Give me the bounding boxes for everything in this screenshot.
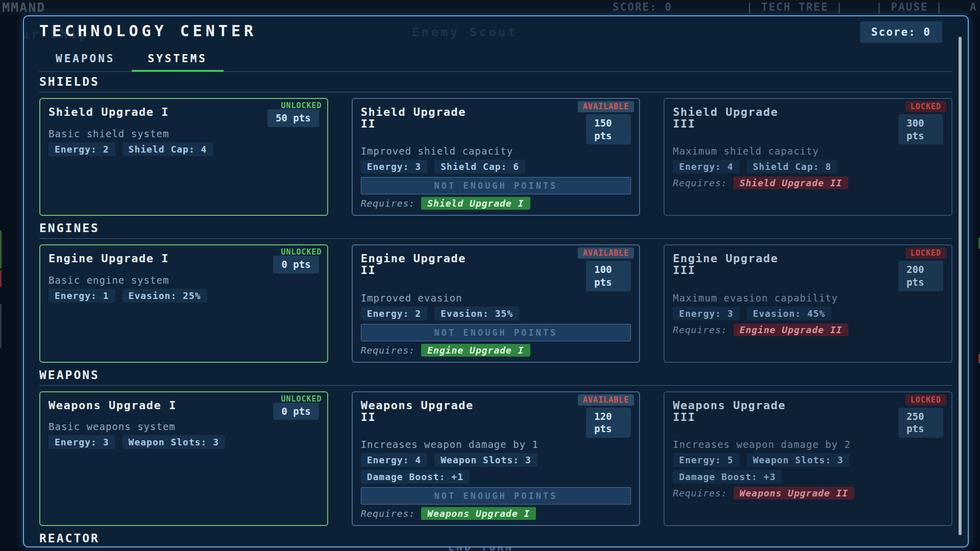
upgrade-card: LOCKEDEngine Upgrade III200 ptsMaximum e… bbox=[664, 244, 952, 362]
requires-row: Requires:Engine Upgrade II bbox=[673, 323, 943, 336]
requires-badge: Shield Upgrade II bbox=[733, 177, 848, 189]
section-title: WEAPONS bbox=[39, 365, 952, 386]
upgrade-card: LOCKEDWeapons Upgrade III250 ptsIncrease… bbox=[664, 391, 952, 526]
requires-label: Requires: bbox=[361, 345, 415, 356]
stat-badge: Weapon Slots: 3 bbox=[122, 435, 226, 449]
status-badge: UNLOCKED bbox=[281, 101, 322, 110]
status-badge: LOCKED bbox=[905, 101, 946, 112]
status-badge: UNLOCKED bbox=[281, 247, 322, 257]
stat-badge: Damage Boost: +1 bbox=[361, 470, 470, 484]
tab-systems[interactable]: SYSTEMS bbox=[132, 50, 224, 72]
upgrade-description: Improved evasion bbox=[361, 292, 631, 304]
stats-row: Energy: 2Shield Cap: 4 bbox=[48, 142, 319, 156]
upgrade-description: Improved shield capacity bbox=[361, 145, 631, 157]
panel-title: TECHNOLOGY CENTER bbox=[39, 22, 952, 40]
upgrade-description: Increases weapon damage by 1 bbox=[361, 439, 631, 450]
upgrade-title: Shield Upgrade I bbox=[48, 106, 169, 118]
stat-badge: Energy: 5 bbox=[673, 453, 740, 467]
section-title: ENGINES bbox=[39, 218, 952, 239]
stats-row: Energy: 3Evasion: 45% bbox=[673, 307, 943, 320]
stats-row: Damage Boost: +3 bbox=[673, 470, 943, 484]
requires-row: Requires:Shield Upgrade II bbox=[673, 177, 943, 189]
stat-badge: Energy: 3 bbox=[48, 435, 115, 449]
upgrade-card: UNLOCKEDShield Upgrade I50 ptsBasic shie… bbox=[39, 98, 328, 216]
upgrade-description: Basic shield system bbox=[48, 128, 319, 139]
cost-badge: 50 pts bbox=[267, 109, 319, 127]
stats-row: Energy: 1Evasion: 25% bbox=[48, 289, 319, 303]
stat-badge: Damage Boost: +3 bbox=[673, 470, 781, 484]
cost-badge: 250 pts bbox=[898, 408, 943, 438]
screen-edge-artifact bbox=[0, 270, 2, 287]
purchase-button[interactable]: NOT ENOUGH POINTS bbox=[361, 177, 631, 194]
scrollbar[interactable] bbox=[959, 37, 962, 535]
stat-badge: Energy: 3 bbox=[673, 307, 740, 320]
stat-badge: Evasion: 45% bbox=[747, 307, 831, 320]
card-header: Shield Upgrade I50 pts bbox=[48, 106, 319, 127]
upgrade-description: Basic weapons system bbox=[48, 421, 319, 432]
requires-badge: Weapons Upgrade II bbox=[733, 487, 854, 499]
cost-badge: 0 pts bbox=[273, 403, 318, 420]
stat-badge: Shield Cap: 8 bbox=[747, 160, 838, 173]
stats-row: Energy: 3Weapon Slots: 3 bbox=[48, 435, 319, 449]
stat-badge: Energy: 4 bbox=[673, 160, 740, 173]
scrollbar-thumb[interactable] bbox=[959, 37, 962, 535]
card-header: Engine Upgrade III200 pts bbox=[673, 253, 943, 291]
requires-label: Requires: bbox=[361, 508, 415, 519]
section-title: SHIELDS bbox=[39, 72, 952, 92]
stats-row: Damage Boost: +1 bbox=[361, 470, 631, 484]
status-badge: AVAILABLE bbox=[578, 394, 634, 406]
background-title-fragment: MMAND bbox=[2, 0, 45, 15]
requires-label: Requires: bbox=[673, 488, 727, 498]
stat-badge: Weapon Slots: 3 bbox=[747, 453, 850, 467]
background-game-hud: MMAND SCORE: 0 | TECH TREE | | PAUSE | A bbox=[0, 0, 980, 15]
panel-header: TECHNOLOGY CENTER Score: 0 WEAPONS SYSTE… bbox=[24, 16, 968, 72]
status-badge: UNLOCKED bbox=[281, 394, 322, 404]
screen-edge-artifact bbox=[0, 304, 2, 348]
upgrade-grid: UNLOCKEDWeapons Upgrade I0 ptsBasic weap… bbox=[39, 391, 952, 526]
cost-badge: 300 pts bbox=[898, 114, 943, 144]
background-score-label: SCORE: 0 bbox=[612, 1, 672, 13]
requires-badge: Engine Upgrade II bbox=[733, 323, 848, 336]
status-badge: LOCKED bbox=[905, 394, 946, 406]
requires-label: Requires: bbox=[673, 178, 727, 188]
card-header: Weapons Upgrade I0 pts bbox=[48, 399, 319, 420]
requires-row: Requires:Weapons Upgrade II bbox=[673, 487, 943, 499]
upgrade-description: Basic engine system bbox=[48, 274, 319, 286]
stats-row: Energy: 2Evasion: 35% bbox=[361, 307, 631, 320]
purchase-button[interactable]: NOT ENOUGH POINTS bbox=[361, 324, 631, 341]
upgrade-description: Increases weapon damage by 2 bbox=[673, 439, 943, 450]
stats-row: Energy: 4Shield Cap: 8 bbox=[673, 160, 943, 173]
upgrade-title: Weapons Upgrade I bbox=[48, 399, 177, 411]
screen-edge-artifact bbox=[0, 231, 2, 268]
stat-badge: Shield Cap: 6 bbox=[434, 160, 525, 173]
section-title: REACTOR bbox=[39, 529, 952, 547]
tab-weapons[interactable]: WEAPONS bbox=[39, 50, 132, 72]
upgrade-grid: UNLOCKEDEngine Upgrade I0 ptsBasic engin… bbox=[39, 244, 952, 362]
stat-badge: Energy: 4 bbox=[361, 453, 428, 467]
upgrade-title: Engine Upgrade II bbox=[361, 253, 478, 276]
tab-bar: WEAPONS SYSTEMS bbox=[39, 50, 952, 72]
score-badge: Score: 0 bbox=[860, 21, 942, 43]
purchase-button[interactable]: NOT ENOUGH POINTS bbox=[361, 487, 631, 505]
upgrade-description: Maximum shield capacity bbox=[673, 145, 943, 157]
requires-label: Requires: bbox=[361, 198, 415, 209]
requires-badge: Weapons Upgrade I bbox=[421, 507, 536, 520]
upgrade-title: Shield Upgrade III bbox=[673, 106, 790, 130]
status-badge: AVAILABLE bbox=[578, 101, 634, 112]
cost-badge: 100 pts bbox=[586, 261, 631, 291]
upgrade-title: Shield Upgrade II bbox=[361, 106, 478, 130]
stats-row: Energy: 3Shield Cap: 6 bbox=[361, 160, 631, 173]
cost-badge: 0 pts bbox=[273, 256, 318, 273]
requires-row: Requires:Engine Upgrade I bbox=[361, 344, 631, 357]
status-badge: LOCKED bbox=[905, 247, 946, 259]
background-pause-button[interactable]: | PAUSE | bbox=[876, 1, 943, 13]
upgrade-card: AVAILABLEWeapons Upgrade II120 ptsIncrea… bbox=[352, 391, 641, 526]
requires-badge: Engine Upgrade I bbox=[421, 344, 530, 357]
stat-badge: Energy: 3 bbox=[361, 160, 428, 173]
section-reactor: REACTORUNLOCKEDReactor Upgrade I0 ptsBas… bbox=[39, 529, 952, 547]
upgrade-grid: UNLOCKEDShield Upgrade I50 ptsBasic shie… bbox=[39, 98, 952, 216]
background-tech-tree-button[interactable]: | TECH TREE | bbox=[746, 1, 843, 13]
technology-center-panel: Your Ship Enemy Scout ENEMIES DEFEATED 0… bbox=[23, 15, 969, 547]
section-weapons: WEAPONSUNLOCKEDWeapons Upgrade I0 ptsBas… bbox=[39, 365, 952, 526]
requires-label: Requires: bbox=[673, 324, 727, 335]
